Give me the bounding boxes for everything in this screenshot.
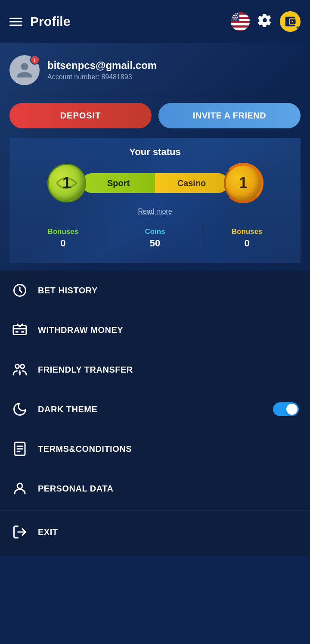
invite-friend-button[interactable]: INVITE A FRIEND (158, 103, 301, 128)
svg-point-6 (232, 13, 234, 15)
sport-level-badge: 1 (47, 164, 86, 202)
svg-point-12 (235, 17, 236, 18)
svg-point-19 (16, 364, 19, 368)
svg-point-15 (236, 19, 237, 20)
svg-point-13 (237, 17, 238, 18)
header-right: + (231, 11, 301, 32)
language-flag-icon[interactable] (231, 12, 250, 31)
toggle-knob (286, 404, 298, 415)
sport-status-label: Sport (82, 173, 155, 193)
wallet-plus-symbol: + (296, 24, 300, 31)
settings-gear-icon[interactable] (257, 13, 272, 31)
dark-theme-moon-icon (11, 401, 28, 418)
coin-ring-decoration (223, 163, 264, 203)
sport-bonuses-value: 0 (60, 238, 65, 249)
profile-info: ! bitsenpcs@gmail.com Account number: 89… (9, 55, 301, 85)
page-title: Profile (30, 14, 70, 29)
personal-data-icon (11, 480, 28, 497)
status-title: Your status (17, 146, 293, 158)
menu-item-withdraw-money[interactable]: WITHDRAW MONEY (0, 310, 310, 350)
menu-item-personal-data[interactable]: PERSONAL DATA (0, 469, 310, 508)
friendly-transfer-icon (11, 361, 28, 378)
action-buttons: DEPOSIT INVITE A FRIEND (9, 103, 301, 128)
sport-bonuses-stat: Bonuses 0 (17, 224, 109, 252)
casino-bonuses-value: 0 (245, 238, 250, 249)
svg-rect-3 (231, 23, 250, 25)
casino-bonuses-stat: Bonuses 0 (201, 224, 293, 252)
svg-rect-4 (231, 28, 250, 30)
personal-data-label: PERSONAL DATA (38, 484, 299, 494)
exit-icon (11, 523, 28, 541)
terms-conditions-label: TERMS&CONDITIONS (38, 444, 299, 454)
svg-point-9 (233, 15, 235, 16)
exit-label: EXIT (38, 527, 299, 537)
svg-point-20 (21, 364, 25, 368)
menu-item-friendly-transfer[interactable]: FRIENDLY TRANSFER (0, 350, 310, 389)
exit-divider (0, 510, 310, 510)
coins-label: Coins (145, 227, 165, 236)
status-section: Your status 1 Sport Casino 1 Read more (9, 138, 301, 263)
notification-badge: ! (30, 55, 40, 65)
svg-point-26 (17, 483, 22, 488)
coins-value: 50 (150, 238, 160, 249)
dark-theme-label: DARK THEME (38, 404, 264, 414)
header: Profile (0, 0, 310, 43)
menu-item-terms-conditions[interactable]: TERMS&CONDITIONS (0, 429, 310, 469)
dark-theme-toggle[interactable] (273, 402, 299, 416)
profile-account-number: Account number: 89481893 (47, 73, 157, 81)
bet-history-icon (11, 282, 28, 299)
casino-level-badge: 1 (224, 164, 263, 202)
withdraw-money-label: WITHDRAW MONEY (38, 325, 299, 335)
stats-row: Bonuses 0 Coins 50 Bonuses 0 (17, 224, 293, 252)
menu-item-dark-theme[interactable]: DARK THEME (0, 389, 310, 429)
casino-bonuses-label: Bonuses (232, 227, 263, 236)
svg-point-14 (233, 19, 235, 20)
menu-item-exit[interactable]: EXIT (0, 512, 310, 552)
friendly-transfer-label: FRIENDLY TRANSFER (38, 365, 299, 375)
read-more-link[interactable]: Read more (17, 208, 293, 215)
profile-divider (9, 95, 301, 95)
svg-point-11 (232, 17, 234, 18)
svg-point-8 (237, 13, 238, 15)
deposit-button[interactable]: DEPOSIT (9, 103, 152, 128)
coins-stat: Coins 50 (109, 224, 201, 252)
avatar-wrap: ! (9, 55, 40, 85)
status-pill: Sport Casino (82, 173, 228, 193)
profile-section: ! bitsenpcs@gmail.com Account number: 89… (0, 43, 310, 271)
casino-status-label: Casino (155, 173, 228, 193)
header-left: Profile (9, 14, 70, 29)
profile-email: bitsenpcs@gmail.com (47, 59, 157, 72)
profile-text: bitsenpcs@gmail.com Account number: 8948… (47, 59, 157, 81)
status-bar: 1 Sport Casino 1 (17, 164, 293, 202)
sport-bonuses-label: Bonuses (47, 227, 78, 236)
withdraw-money-icon (11, 321, 28, 339)
svg-point-7 (235, 13, 236, 15)
user-avatar-icon (16, 61, 34, 79)
svg-point-10 (236, 15, 237, 16)
wallet-add-icon[interactable]: + (280, 11, 301, 32)
bet-history-label: BET HISTORY (38, 286, 299, 296)
hamburger-menu-icon[interactable] (9, 18, 22, 26)
menu-section: BET HISTORY WITHDRAW MONEY FRIENDL (0, 271, 310, 556)
menu-item-bet-history[interactable]: BET HISTORY (0, 271, 310, 310)
terms-conditions-icon (11, 440, 28, 457)
